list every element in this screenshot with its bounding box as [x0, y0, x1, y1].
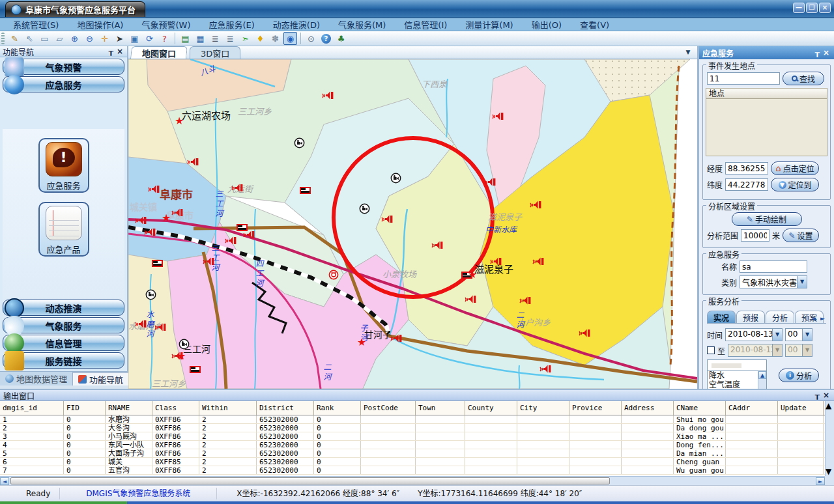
column-header-RNAME[interactable]: RNAME — [106, 401, 152, 415]
menu-item-2[interactable]: 气象预警(W) — [132, 18, 199, 31]
scroll-up-icon[interactable]: ▲ — [826, 401, 834, 410]
pick-arrow-icon[interactable]: ➣ — [238, 32, 252, 45]
table-row[interactable]: 50大面场子沟0XFF8626523020000Da mian ... — [0, 449, 825, 458]
table-row[interactable]: 40东风一小队0XFF8626523020000Dong fen... — [0, 441, 825, 449]
table-row[interactable]: 60城关0XFF8526523020000Cheng guan — [0, 458, 825, 466]
nav-info-management[interactable]: 信息管理 — [3, 335, 124, 351]
eye-icon[interactable]: ⊙ — [304, 32, 318, 45]
pointer-icon[interactable]: ➤ — [113, 32, 126, 45]
tab-map-data-management[interactable]: 地图数据管理 — [0, 372, 73, 385]
range-input[interactable] — [741, 229, 769, 242]
menu-item-4[interactable]: 动态推演(D) — [264, 18, 329, 31]
column-header-CAddr[interactable]: CAddr — [726, 401, 778, 415]
measure-icon[interactable]: ✎ — [8, 32, 22, 45]
chevron-down-icon[interactable]: ▼ — [683, 49, 693, 57]
close-icon[interactable]: × — [822, 391, 831, 400]
svc-tab-forecast[interactable]: 预报 — [736, 311, 765, 323]
nav-weather-service[interactable]: 气象服务 — [3, 317, 124, 333]
map-canvas[interactable]: 八斗六运湖农场三工河乡下西泉九运街阜康市城关镇阜康市滋泥泉子中新水库滋泥泉子小泉… — [128, 59, 697, 389]
locate-to-button[interactable]: ▼定位到 — [771, 178, 819, 191]
table-row[interactable]: 30小马厩沟0XFF8626523020000Xiao ma ... — [0, 432, 825, 441]
column-header-PostCode[interactable]: PostCode — [361, 401, 416, 415]
hour-to-select[interactable]: 00▼ — [785, 344, 812, 357]
emergency-service-button[interactable]: 应急服务 — [38, 138, 89, 193]
analyze-button[interactable]: i分析 — [779, 369, 819, 382]
help-icon[interactable]: ? — [319, 32, 333, 45]
chevron-down-icon[interactable]: ▼ — [802, 329, 812, 341]
scroll-left-icon[interactable]: ◄ — [0, 477, 9, 485]
refresh-icon[interactable]: ⟳ — [143, 32, 156, 45]
nav-service-link[interactable]: 服务链接 — [3, 352, 124, 369]
menu-item-0[interactable]: 系统管理(S) — [4, 18, 68, 31]
location-list[interactable] — [706, 99, 827, 156]
pin-icon[interactable]: ┰ — [106, 47, 115, 56]
longitude-input[interactable] — [725, 162, 768, 175]
pan-icon[interactable]: ✛ — [98, 32, 111, 45]
export-map-icon[interactable]: ▦ — [194, 32, 207, 45]
tree-image-icon[interactable]: ♣ — [334, 32, 348, 45]
chevron-down-icon[interactable]: ▼ — [797, 276, 807, 288]
manual-draw-button[interactable]: ✎手动绘制 — [732, 212, 802, 226]
select-free-icon[interactable]: ▱ — [53, 32, 66, 45]
scrollbar-thumb[interactable] — [10, 477, 610, 484]
menu-item-5[interactable]: 气象服务(M) — [329, 18, 395, 31]
hour-select[interactable]: 00▼ — [785, 328, 812, 341]
scroll-down-icon[interactable]: ▼ — [826, 467, 834, 476]
minimize-button[interactable]: — — [793, 3, 805, 13]
tab-function-nav[interactable]: 功能导航 — [73, 372, 129, 385]
column-header-Class[interactable]: Class — [152, 401, 199, 415]
date-to-select[interactable]: 2010-08-13▼ — [728, 344, 783, 357]
category-select[interactable]: 气象和洪水灾害▼ — [740, 275, 807, 288]
column-header-dmgis_id[interactable]: dmgis_id — [0, 401, 64, 415]
nav-weather-warning[interactable]: 气象预警 — [3, 59, 124, 75]
table-row[interactable]: 20大冬沟0XFF8626523020000Da dong gou — [0, 424, 825, 432]
column-header-County[interactable]: County — [465, 401, 517, 415]
svc-tab-analysis[interactable]: 分析 — [766, 311, 794, 323]
date-select[interactable]: 2010-08-13▼ — [725, 328, 783, 341]
zoom-out-icon[interactable]: ⊖ — [83, 32, 96, 45]
output-horizontal-scrollbar[interactable]: ◄ ► — [0, 476, 825, 485]
select-cursor-icon[interactable]: ⇖ — [23, 32, 36, 45]
toolbar-grip[interactable] — [1, 33, 5, 44]
svc-tab-live[interactable]: 实况 — [707, 311, 736, 323]
column-header-Town[interactable]: Town — [416, 401, 465, 415]
pin-icon[interactable]: ┰ — [812, 48, 822, 57]
tab-scroll-arrows[interactable]: ◄ ► — [811, 315, 826, 322]
column-header-City[interactable]: City — [517, 401, 569, 415]
column-header-Rank[interactable]: Rank — [314, 401, 361, 415]
locate-click-button[interactable]: ⌂点击定位 — [771, 161, 819, 175]
menu-item-8[interactable]: 输出(O) — [523, 18, 571, 31]
scroll-right-icon[interactable]: ► — [816, 477, 825, 485]
element-selected-box[interactable] — [707, 359, 767, 371]
close-icon[interactable]: × — [822, 48, 831, 57]
placemark-icon[interactable]: ♦ — [253, 32, 267, 45]
tab-map-window[interactable]: 地图窗口 — [130, 46, 188, 59]
location-search-input[interactable] — [707, 72, 780, 85]
identify-icon[interactable]: ? — [158, 32, 171, 45]
column-header-CName[interactable]: CName — [674, 401, 726, 415]
menu-item-9[interactable]: 查看(V) — [571, 18, 618, 31]
to-checkbox[interactable] — [707, 346, 715, 354]
zoom-in-icon[interactable]: ⊕ — [68, 32, 81, 45]
pin-icon[interactable]: ┰ — [812, 391, 822, 400]
name-input[interactable] — [740, 260, 807, 273]
column-header-District[interactable]: District — [257, 401, 314, 415]
latitude-input[interactable] — [725, 178, 768, 191]
column-header-Provice[interactable]: Provice — [569, 401, 622, 415]
output-vertical-scrollbar[interactable]: ▲ ▼ — [825, 401, 834, 476]
table-row[interactable]: 10水磨沟0XFF8626523020000Shui mo gou — [0, 415, 825, 424]
table-row[interactable]: 70五官沟0XFF8626523020000Wu guan gou — [0, 466, 825, 475]
set-button[interactable]: ✎设置 — [783, 229, 819, 242]
restore-button[interactable]: ❐ — [806, 3, 818, 13]
menu-item-1[interactable]: 地图操作(A) — [68, 18, 132, 31]
column-header-Update[interactable]: Update — [778, 401, 824, 415]
print-map-icon[interactable]: ≣ — [223, 32, 237, 45]
menu-item-7[interactable]: 测量计算(M) — [456, 18, 522, 31]
search-button[interactable]: 查找 — [783, 72, 824, 85]
column-header-Address[interactable]: Address — [622, 401, 674, 415]
settings-icon[interactable]: ✽ — [268, 32, 282, 45]
nav-dynamic-deduction[interactable]: 动态推演 — [3, 300, 124, 316]
menu-item-3[interactable]: 应急服务(E) — [199, 18, 263, 31]
emergency-product-button[interactable]: 应急产品 — [38, 202, 89, 257]
menu-item-6[interactable]: 信息管理(I) — [395, 18, 456, 31]
